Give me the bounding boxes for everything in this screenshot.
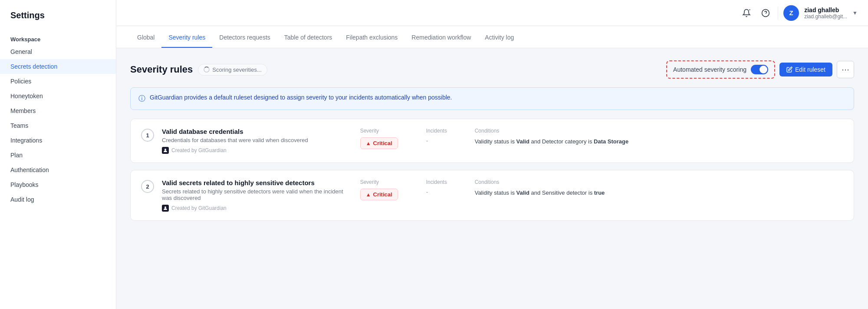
scoring-spinner (204, 66, 210, 73)
creator-icon (162, 147, 169, 154)
conditions-col-label: Conditions (475, 128, 843, 134)
severity-arrow-icon: ▲ (366, 140, 371, 146)
automated-scoring-label: Automated severity scoring (673, 66, 746, 73)
incidents-value: - (426, 137, 428, 144)
sidebar-item-secrets-detection[interactable]: Secrets detection (0, 59, 116, 74)
topbar: Z ziad ghalleb ziad.ghalleb@git... ▼ (116, 0, 868, 26)
info-text: GitGuardian provides a default ruleset d… (150, 94, 452, 101)
scoring-badge: Scoring severities... (198, 64, 267, 76)
rule-card: 2 Valid secrets related to highly sensit… (130, 170, 854, 221)
incidents-col-label: Incidents (426, 179, 461, 185)
rules-header: Severity rules Scoring severities... Aut… (130, 60, 854, 79)
automated-scoring-box: Automated severity scoring (666, 60, 775, 79)
tab-remediation-workflow[interactable]: Remediation workflow (404, 26, 478, 48)
svg-line-0 (750, 9, 750, 10)
main-area: Z ziad ghalleb ziad.ghalleb@git... ▼ Glo… (116, 0, 868, 309)
rule-info: Valid secrets related to highly sensitiv… (162, 179, 346, 212)
user-info: ziad ghalleb ziad.ghalleb@git... (804, 7, 847, 20)
info-icon: ⓘ (138, 94, 145, 103)
tab-table-of-detectors[interactable]: Table of detectors (277, 26, 339, 48)
more-icon: ⋯ (842, 65, 849, 74)
app-title: Settings (0, 0, 116, 29)
severity-col-label: Severity (360, 179, 412, 185)
rule-description: Credentials for databases that were vali… (162, 137, 346, 143)
svg-point-4 (164, 206, 166, 208)
sidebar-item-general[interactable]: General (0, 44, 116, 59)
rule-description: Secrets related to highly sensitive dete… (162, 188, 346, 201)
sidebar-item-policies[interactable]: Policies (0, 74, 116, 89)
tabs-nav: GlobalSeverity rulesDetectors requestsTa… (116, 26, 868, 48)
sidebar-item-members[interactable]: Members (0, 103, 116, 118)
severity-badge: ▲ Critical (360, 189, 398, 200)
tab-severity-rules[interactable]: Severity rules (161, 26, 212, 48)
rule-conditions-col: Conditions Validity status is Valid and … (475, 179, 843, 197)
creator-icon (162, 205, 169, 212)
help-icon[interactable] (759, 6, 773, 20)
incidents-value: - (426, 189, 428, 196)
rule-top: Valid database credentials Credentials f… (162, 128, 843, 154)
automated-scoring-toggle[interactable] (751, 65, 768, 74)
page-title: Severity rules (130, 64, 193, 75)
tab-detectors-requests[interactable]: Detectors requests (212, 26, 277, 48)
toggle-knob (760, 66, 767, 73)
rules-title-group: Severity rules Scoring severities... (130, 64, 267, 76)
sidebar-item-plan[interactable]: Plan (0, 148, 116, 163)
rule-card: 1 Valid database credentials Credentials… (130, 119, 854, 163)
info-banner: ⓘ GitGuardian provides a default ruleset… (130, 87, 854, 110)
sidebar-item-authentication[interactable]: Authentication (0, 163, 116, 177)
severity-value: Critical (373, 191, 392, 198)
rule-top: Valid secrets related to highly sensitiv… (162, 179, 843, 212)
tab-global[interactable]: Global (130, 26, 161, 48)
creator-label: Created by GitGuardian (171, 147, 227, 153)
user-menu-chevron[interactable]: ▼ (852, 10, 858, 16)
edit-ruleset-button[interactable]: Edit ruleset (779, 63, 832, 76)
rule-name: Valid secrets related to highly sensitiv… (162, 179, 346, 186)
rule-name: Valid database credentials (162, 128, 346, 135)
content-area: GlobalSeverity rulesDetectors requestsTa… (116, 26, 868, 309)
svg-point-3 (164, 149, 166, 150)
incidents-col-label: Incidents (426, 128, 461, 134)
rule-info: Valid database credentials Credentials f… (162, 128, 346, 154)
rule-severity-col: Severity ▲ Critical (360, 179, 412, 200)
condition-text: Validity status is Valid and Detector ca… (475, 137, 843, 146)
tab-filepath-exclusions[interactable]: Filepath exclusions (339, 26, 404, 48)
notification-icon[interactable] (740, 6, 753, 20)
rule-body: Valid secrets related to highly sensitiv… (162, 179, 843, 212)
sidebar-item-audit-log[interactable]: Audit log (0, 192, 116, 207)
rule-body: Valid database credentials Credentials f… (162, 128, 843, 154)
rule-cards-container: 1 Valid database credentials Credentials… (130, 119, 854, 221)
scoring-label: Scoring severities... (212, 66, 261, 73)
rule-incidents-col: Incidents - (426, 128, 461, 144)
sidebar-item-honeytoken[interactable]: Honeytoken (0, 89, 116, 103)
tab-activity-log[interactable]: Activity log (478, 26, 521, 48)
sidebar-section-workspace: Workspace (0, 33, 116, 44)
severity-arrow-icon: ▲ (366, 192, 371, 198)
topbar-right: Z ziad ghalleb ziad.ghalleb@git... ▼ (740, 5, 858, 21)
avatar: Z (783, 5, 799, 21)
rule-conditions-col: Conditions Validity status is Valid and … (475, 128, 843, 146)
edit-ruleset-label: Edit ruleset (795, 66, 825, 73)
sidebar-item-integrations[interactable]: Integrations (0, 133, 116, 148)
rule-number: 2 (141, 180, 154, 193)
rule-creator: Created by GitGuardian (162, 205, 346, 212)
user-email: ziad.ghalleb@git... (804, 13, 847, 20)
rule-severity-col: Severity ▲ Critical (360, 128, 412, 149)
severity-value: Critical (373, 140, 392, 146)
conditions-col-label: Conditions (475, 179, 843, 185)
rule-number: 1 (141, 129, 154, 142)
user-name: ziad ghalleb (804, 7, 847, 13)
creator-label: Created by GitGuardian (171, 205, 227, 211)
condition-text: Validity status is Valid and Sensitive d… (475, 189, 843, 197)
rules-actions: Automated severity scoring Edit ruleset … (666, 60, 854, 79)
rule-creator: Created by GitGuardian (162, 147, 346, 154)
severity-col-label: Severity (360, 128, 412, 134)
sidebar-item-playbooks[interactable]: Playbooks (0, 177, 116, 192)
rule-incidents-col: Incidents - (426, 179, 461, 196)
severity-badge: ▲ Critical (360, 137, 398, 149)
more-options-button[interactable]: ⋯ (837, 61, 854, 78)
page-body: Severity rules Scoring severities... Aut… (116, 48, 868, 240)
sidebar: Settings Workspace GeneralSecrets detect… (0, 0, 116, 309)
topbar-divider (778, 7, 778, 20)
sidebar-item-teams[interactable]: Teams (0, 118, 116, 133)
